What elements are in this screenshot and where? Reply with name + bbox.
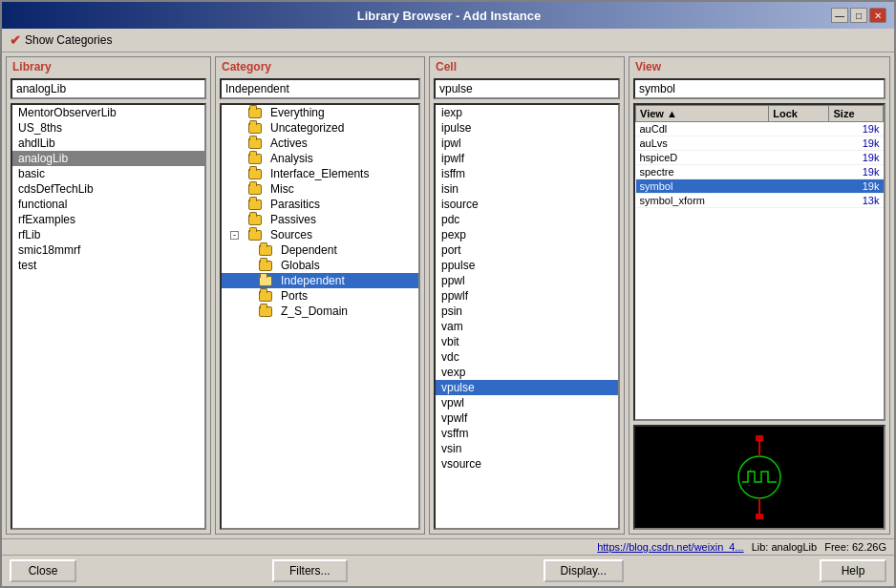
library-list-item[interactable]: smic18mmrf <box>12 242 204 258</box>
cell-list-item[interactable]: vam <box>436 319 618 334</box>
library-panel: Library MentorObserverLibUS_8thsahdlLiba… <box>6 56 211 535</box>
watermark-link[interactable]: https://blog.csdn.net/weixin_4... <box>597 541 743 553</box>
cell-list-item[interactable]: iexp <box>436 105 618 120</box>
cell-list-item[interactable]: vsource <box>436 456 618 472</box>
view-cell-lock <box>769 179 829 194</box>
cell-list-item[interactable]: vbit <box>436 334 618 349</box>
cell-list-item[interactable]: ipulse <box>436 120 618 136</box>
cell-list-item[interactable]: port <box>436 242 618 258</box>
filters-button[interactable]: Filters... <box>272 559 348 582</box>
library-list-item[interactable]: basic <box>12 166 204 181</box>
category-list[interactable]: EverythingUncategorizedActivesAnalysisIn… <box>220 103 420 530</box>
cell-list-item[interactable]: isource <box>436 197 618 212</box>
cell-list[interactable]: iexpipulseipwlipwlfisffmisinisourcepdcpe… <box>434 103 620 530</box>
view-column-header[interactable]: Lock <box>769 106 829 122</box>
expand-icon[interactable]: - <box>230 231 239 240</box>
category-tree-item[interactable]: Uncategorized <box>222 120 418 136</box>
view-table-row[interactable]: spectre19k <box>636 165 884 179</box>
category-tree-item[interactable]: Actives <box>222 136 418 151</box>
view-table-row[interactable]: auLvs19k <box>636 136 884 151</box>
cell-list-item[interactable]: ipwlf <box>436 151 618 166</box>
category-tree-item[interactable]: Interface_Elements <box>222 166 418 181</box>
view-cell-name: auLvs <box>636 136 769 151</box>
display-button[interactable]: Display... <box>544 559 624 582</box>
category-tree-item[interactable]: Globals <box>222 258 418 273</box>
view-table-row[interactable]: hspiceD19k <box>636 151 884 165</box>
category-tree-item[interactable]: Parasitics <box>222 197 418 212</box>
cell-list-item[interactable]: ppulse <box>436 258 618 273</box>
main-content: Library MentorObserverLibUS_8thsahdlLiba… <box>2 52 894 538</box>
library-list-item[interactable]: US_8ths <box>12 120 204 136</box>
cell-list-item[interactable]: vsin <box>436 441 618 456</box>
cell-list-item[interactable]: ipwl <box>436 136 618 151</box>
library-list-item[interactable]: functional <box>12 197 204 212</box>
library-list-item[interactable]: ahdlLib <box>12 136 204 151</box>
folder-icon <box>248 184 262 195</box>
category-tree-item[interactable]: Dependent <box>222 242 418 258</box>
view-column-header[interactable]: Size <box>829 106 884 122</box>
minimize-button[interactable]: — <box>831 8 848 23</box>
category-input[interactable] <box>220 78 420 99</box>
folder-icon <box>248 138 262 149</box>
folder-icon <box>259 261 272 271</box>
category-tree-item[interactable]: -Sources <box>222 227 418 242</box>
category-tree-item[interactable]: Ports <box>222 288 418 304</box>
close-button[interactable]: Close <box>10 559 76 582</box>
cell-list-item[interactable]: isin <box>436 181 618 197</box>
cell-list-item[interactable]: pdc <box>436 212 618 227</box>
cell-list-item[interactable]: vpulse <box>436 380 618 395</box>
library-list-item[interactable]: analogLib <box>12 151 204 166</box>
library-list[interactable]: MentorObserverLibUS_8thsahdlLibanalogLib… <box>11 103 206 530</box>
library-list-item[interactable]: cdsDefTechLib <box>12 181 204 197</box>
cell-list-item[interactable]: psin <box>436 304 618 319</box>
cell-list-item[interactable]: vpwlf <box>436 410 618 426</box>
library-input[interactable] <box>11 78 206 99</box>
cell-list-item[interactable]: vsffm <box>436 426 618 441</box>
cell-list-item[interactable]: vexp <box>436 365 618 380</box>
folder-icon <box>248 230 262 241</box>
svg-rect-4 <box>756 514 763 519</box>
cell-list-item[interactable]: ppwlf <box>436 288 618 304</box>
cell-input[interactable] <box>434 78 620 99</box>
category-tree-item[interactable]: Passives <box>222 212 418 227</box>
folder-icon <box>259 245 272 256</box>
view-table-row[interactable]: symbol19k <box>636 179 884 194</box>
maximize-button[interactable]: □ <box>850 8 867 23</box>
library-list-item[interactable]: rfLib <box>12 227 204 242</box>
cell-list-item[interactable]: ppwl <box>436 273 618 288</box>
close-window-button[interactable]: ✕ <box>869 8 886 23</box>
folder-icon <box>259 306 272 317</box>
cell-list-item[interactable]: vpwl <box>436 395 618 410</box>
view-table[interactable]: View ▲LockSizeauCdl19kauLvs19khspiceD19k… <box>633 103 885 421</box>
cell-list-item[interactable]: isffm <box>436 166 618 181</box>
category-tree-item[interactable]: Everything <box>222 105 418 120</box>
view-cell-lock <box>769 165 829 179</box>
view-input[interactable] <box>633 78 885 99</box>
show-categories-wrapper[interactable]: ✔ Show Categories <box>10 32 112 48</box>
view-cell-name: auCdl <box>636 122 769 136</box>
category-tree-item[interactable]: Z_S_Domain <box>222 304 418 319</box>
view-table-row[interactable]: auCdl19k <box>636 122 884 136</box>
library-list-item[interactable]: rfExamples <box>12 212 204 227</box>
cell-list-item[interactable]: pexp <box>436 227 618 242</box>
folder-icon <box>248 169 262 179</box>
folder-icon <box>259 291 272 302</box>
cell-list-item[interactable]: vdc <box>436 349 618 365</box>
view-column-header[interactable]: View ▲ <box>636 106 769 122</box>
category-tree-item[interactable]: Analysis <box>222 151 418 166</box>
svg-text:-: - <box>748 480 751 489</box>
view-cell-name: symbol_xform <box>636 194 769 208</box>
view-cell-size: 19k <box>829 179 884 194</box>
view-table-row[interactable]: symbol_xform13k <box>636 194 884 208</box>
view-cell-size: 13k <box>829 194 884 208</box>
category-header: Category <box>216 57 424 76</box>
category-label: Interface_Elements <box>270 167 369 180</box>
folder-icon <box>248 154 262 164</box>
category-tree-item[interactable]: Independent <box>222 273 418 288</box>
library-list-item[interactable]: MentorObserverLib <box>12 105 204 120</box>
help-button[interactable]: Help <box>820 559 886 582</box>
category-label: Globals <box>281 259 320 272</box>
library-list-item[interactable]: test <box>12 258 204 273</box>
category-tree-item[interactable]: Misc <box>222 181 418 197</box>
status-bar: https://blog.csdn.net/weixin_4... Lib: a… <box>2 538 894 555</box>
